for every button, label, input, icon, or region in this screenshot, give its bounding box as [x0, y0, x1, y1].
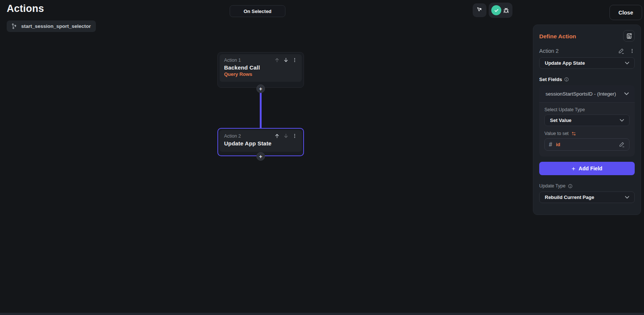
kebab-menu-icon[interactable] [292, 57, 297, 63]
move-down-icon[interactable] [283, 133, 289, 139]
select-update-type-label: Select Update Type [544, 107, 630, 112]
action-node-1[interactable]: Action 1 Backend Call Query Rows [217, 52, 304, 88]
define-action-panel: Define Action Action 2 [533, 25, 641, 215]
set-field-group: sessionStartSportsID - (Integer) Select … [539, 85, 635, 157]
run-status-group [489, 3, 512, 18]
action-node-title: Backend Call [224, 64, 297, 71]
edit-value-icon[interactable] [619, 141, 625, 148]
value-to-set-value: id [556, 142, 619, 147]
chevron-down-icon [624, 60, 630, 66]
multi-cursor-icon [476, 7, 483, 14]
selected-action-label: Action 2 [539, 48, 559, 54]
chevron-down-icon [619, 118, 625, 123]
move-down-icon[interactable] [283, 57, 289, 63]
action-node-label: Action 2 [224, 134, 241, 139]
chevron-down-icon [624, 195, 630, 200]
rebuild-scope-dropdown[interactable]: Rebuild Current Page [539, 192, 635, 203]
field-select-dropdown[interactable]: sessionStartSportsID - (Integer) [539, 85, 635, 103]
add-action-button[interactable]: + [256, 152, 265, 161]
action-options-kebab-icon[interactable] [630, 48, 635, 54]
move-up-icon[interactable] [274, 133, 280, 139]
trigger-widget-label: start_session_sport_selector [21, 23, 91, 29]
chevron-down-icon [624, 91, 630, 97]
action-node-label: Action 1 [224, 58, 241, 63]
multi-cursor-button[interactable] [473, 3, 486, 17]
info-icon[interactable] [564, 77, 569, 82]
action-node-subtitle: Query Rows [224, 71, 297, 77]
move-up-icon[interactable] [274, 57, 280, 63]
add-action-button[interactable]: + [256, 84, 265, 93]
on-selected-trigger-button[interactable]: On Selected [230, 5, 285, 17]
update-type-value-dropdown[interactable]: Set Value [544, 115, 630, 126]
trigger-widget-chip[interactable]: start_session_sport_selector [7, 20, 96, 32]
kebab-menu-icon[interactable] [292, 133, 297, 139]
variable-binding-icon[interactable] [571, 131, 576, 136]
interaction-path-icon [12, 23, 18, 29]
value-to-set-field[interactable]: # id [544, 138, 630, 151]
page-title: Actions [7, 3, 44, 15]
panel-title: Define Action [539, 33, 576, 40]
close-button[interactable]: Close [609, 5, 642, 20]
set-fields-label: Set Fields [539, 77, 562, 82]
info-icon[interactable] [568, 184, 573, 189]
bottom-divider-bar [0, 313, 644, 315]
flow-connector-line [260, 89, 262, 129]
update-type-label: Update Type [539, 183, 566, 189]
document-add-icon [626, 33, 632, 39]
actions-editor: Actions start_session_sport_selector On … [0, 0, 644, 315]
rename-action-icon[interactable] [618, 48, 625, 54]
add-field-button[interactable]: + Add Field [539, 162, 635, 175]
integer-hash-icon: # [549, 141, 552, 148]
copy-action-button[interactable] [623, 30, 635, 42]
action-type-dropdown[interactable]: Update App State [539, 57, 635, 69]
value-to-set-label: Value to set [544, 131, 569, 136]
bug-icon[interactable] [502, 7, 510, 14]
plus-icon: + [572, 165, 575, 172]
action-node-title: Update App State [224, 140, 297, 147]
check-circle-icon[interactable] [491, 5, 501, 15]
